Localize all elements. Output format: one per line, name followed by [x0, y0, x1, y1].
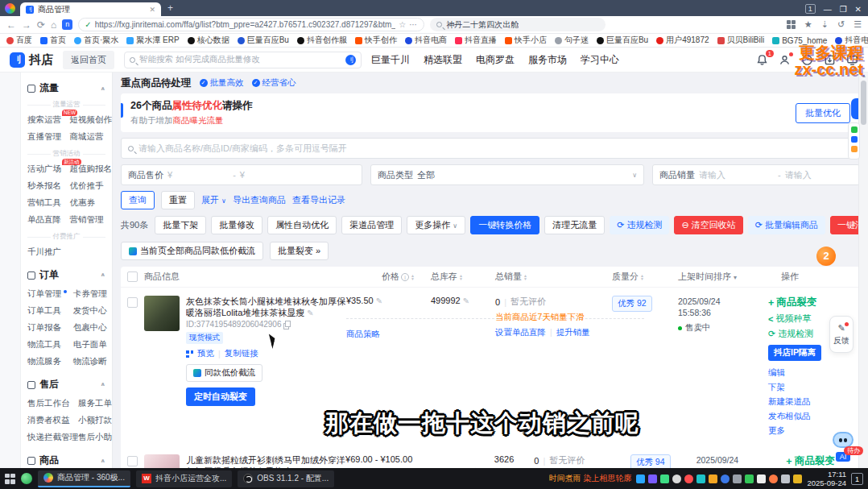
nav-jingxuan[interactable]: 精选联盟 [424, 53, 462, 67]
tray-icon[interactable] [757, 474, 766, 483]
product-title[interactable]: 儿童新款摇粒绒开衫刺绣马甲加绒外穿洋气加厚保暖立领秋冬季坎肩 [186, 454, 345, 468]
query-button[interactable]: 查询 [121, 191, 155, 209]
ai-search-icon[interactable]: 刂 [345, 55, 356, 65]
taskbar-app-obs[interactable]: OBS 31.1.2 - 配置... [238, 470, 334, 487]
qrcode-icon[interactable] [186, 350, 193, 358]
bookmark-item[interactable]: 首页·聚水 [74, 35, 118, 46]
customer-service-icon[interactable]: 2 [816, 247, 836, 266]
edit-icon[interactable] [463, 296, 469, 305]
browser-tab[interactable]: 刂 商品管理 ✕ [20, 2, 161, 16]
edge-tool-icon[interactable] [851, 126, 858, 133]
back-icon[interactable]: ← [6, 19, 16, 31]
sort-icon[interactable]: ▲▼ [459, 274, 463, 280]
sidebar-item[interactable]: 优价推手 [70, 180, 113, 192]
more-actions-button[interactable]: 更多操作 [407, 216, 465, 234]
tray-icon[interactable] [709, 474, 717, 483]
sidebar-item[interactable]: 秒杀报名 [27, 180, 70, 192]
favorites-icon[interactable]: ★ [804, 19, 812, 30]
sidebar-item[interactable]: 千川推广 [27, 247, 73, 258]
bookmark-item[interactable]: 快手创作 [355, 35, 397, 46]
select-all-checkbox[interactable] [127, 271, 138, 282]
collapse-icon[interactable] [101, 85, 106, 91]
tray-icon[interactable] [721, 474, 730, 483]
op-fission-link[interactable]: 商品裂变 [768, 296, 842, 309]
sidebar-section-order[interactable]: 订单 [21, 263, 112, 285]
product-search-bar[interactable] [121, 138, 860, 159]
col-time-header[interactable]: 上架时间排序 [678, 271, 757, 283]
bookmark-item[interactable]: 抖音创作服 [297, 35, 347, 46]
browser-search-box[interactable]: 神丹二十第四次出舱 [430, 18, 606, 31]
clean-no-traffic-button[interactable]: 清理无流量 [544, 216, 605, 234]
boost-sales-link[interactable]: 提升销量 [556, 327, 590, 338]
bookmark-item[interactable]: 贝贝BiliBili [717, 35, 765, 46]
sort-icon[interactable]: ▲▼ [523, 274, 527, 280]
edge-collapsed-widget[interactable] [851, 98, 858, 119]
batch-optimize-button[interactable]: 批量优化 [796, 103, 850, 123]
sales-range-filter[interactable]: 商品销量 请输入 - 请输入 [652, 164, 860, 185]
collapse-icon[interactable] [101, 382, 106, 387]
sidebar-item-search-ops[interactable]: 搜索运营NEW [27, 114, 70, 126]
sidebar-item[interactable]: 售后小助手 [78, 432, 113, 443]
expand-link[interactable]: 展开 [201, 194, 226, 206]
maximize-button[interactable]: ❐ [840, 5, 847, 14]
sidebar-item[interactable]: 物流工具 [27, 339, 73, 350]
empty-recycle-button[interactable]: 清空回收站 [674, 216, 742, 234]
violation-check-button[interactable]: 违规检测 [610, 216, 669, 234]
col-stock-header[interactable]: 总库存▲▼ [431, 271, 495, 283]
row-checkbox[interactable] [127, 456, 138, 466]
product-image[interactable] [144, 296, 180, 331]
tab-count-badge[interactable]: 1 [805, 4, 816, 14]
tab-close-icon[interactable]: ✕ [149, 6, 155, 14]
tray-icon[interactable] [769, 474, 778, 483]
menu-icon[interactable]: ☰ [854, 19, 862, 30]
home-icon[interactable]: ⌂ [51, 19, 56, 31]
bookmark-item[interactable]: 抖音直播 [455, 35, 497, 46]
address-more-icon[interactable]: ⋯ [409, 20, 418, 29]
address-bar[interactable]: ✓ https://fxg.jinritemai.com/ffa/g/list?… [78, 18, 424, 31]
bookmark-item[interactable]: 首页 [40, 35, 66, 46]
app-search-box[interactable]: 智能搜索 如何完成商品批量修改 刂 [124, 52, 362, 68]
sidebar-item[interactable]: 优惠券 [70, 197, 113, 209]
auto-fission-button[interactable]: 定时自动裂变 [186, 387, 255, 406]
strategy-link[interactable]: 商品策略 [346, 329, 380, 338]
tray-icon[interactable] [793, 474, 802, 483]
sidebar-item[interactable]: 售后工作台 [27, 398, 78, 409]
row-checkbox[interactable] [127, 297, 138, 308]
product-title[interactable]: 灰色抹茶女长筒小腿袜堆堆袜秋冬加厚保暖洛丽塔Lolita堆堆抹茶袜显瘦 [186, 296, 346, 318]
edge-tool-icon[interactable] [851, 136, 858, 143]
batch-fission-button[interactable]: 批量裂变 » [270, 242, 329, 260]
reset-button[interactable]: 重置 [161, 191, 195, 209]
bookmark-item[interactable]: 句子迷 [555, 35, 589, 46]
nav-fuwu[interactable]: 服务市场 [528, 53, 567, 67]
tray-icon[interactable] [696, 474, 705, 483]
history-icon[interactable]: ↺ [837, 19, 845, 30]
price-range-filter[interactable]: 商品售价 ¥ - ¥ [121, 164, 362, 185]
sidebar-item[interactable]: 电子面单 [73, 339, 112, 350]
ip-isolate-button[interactable]: 抖店IP隔离 [768, 345, 821, 361]
product-image[interactable] [144, 454, 180, 468]
op-offshelf-link[interactable]: 下架 [768, 382, 842, 393]
apps-grid-icon[interactable] [787, 20, 796, 29]
tray-icon[interactable] [733, 474, 742, 483]
sidebar-item[interactable]: 直播管理 [27, 131, 70, 143]
window-close-button[interactable]: ✕ [855, 5, 862, 14]
copy-link[interactable]: 复制链接 [225, 348, 258, 359]
bookmark-star-icon[interactable]: ☆ [399, 20, 406, 29]
same-style-intercept-button[interactable]: 同款低价截流 [186, 364, 262, 382]
sidebar-item[interactable]: 发货中心 [73, 305, 112, 317]
op-edit-link[interactable]: 编辑 [768, 367, 842, 379]
nav-luopan[interactable]: 电商罗盘 [476, 53, 515, 67]
sidebar-item[interactable]: 物流诊断 [73, 356, 112, 367]
edge-tool-icon[interactable] [851, 146, 858, 152]
sidebar-section-flow[interactable]: 流量 [21, 76, 112, 98]
sidebar-item[interactable]: 服务工单 [78, 398, 113, 409]
tray-icon[interactable] [781, 474, 790, 483]
copy-icon[interactable] [283, 321, 291, 329]
edit-icon[interactable] [376, 296, 382, 305]
type-filter-select[interactable]: 商品类型 全部 [370, 164, 644, 185]
sidebar-item[interactable]: 消费者权益 [27, 415, 78, 426]
sort-icon[interactable]: ▲▼ [411, 274, 415, 280]
sidebar-item[interactable]: 超值购报名 [70, 164, 113, 175]
page-intercept-button[interactable]: 当前页全部商品同款低价截流 [121, 242, 263, 260]
back-home-button[interactable]: 返回首页 [63, 51, 114, 69]
